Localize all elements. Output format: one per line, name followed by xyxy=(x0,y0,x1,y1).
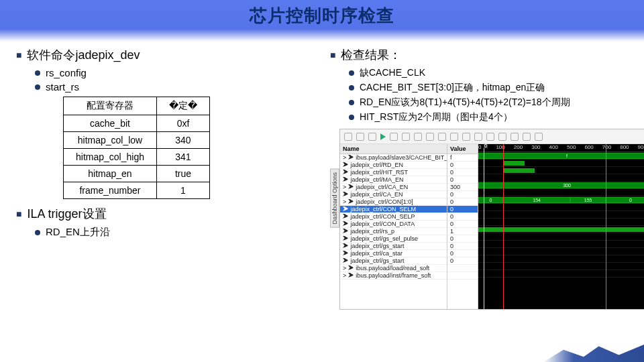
ruler-tick: 700 xyxy=(602,144,611,150)
go-end-icon[interactable] xyxy=(511,133,519,141)
wave-segment: 0 xyxy=(606,197,644,203)
time-marker[interactable]: 0 xyxy=(484,144,484,309)
signal-row[interactable]: > ⮞ jadepix_ctrl/CON[1:0] xyxy=(340,198,447,206)
go-start-icon[interactable] xyxy=(498,133,506,141)
signal-row[interactable]: ⮞ jadepix_ctrl/HIT_RST xyxy=(340,169,447,176)
ruler-tick: 0 xyxy=(478,144,481,150)
result-text: RD_EN应该为8(T1)+4(T5)+4(T5)+2(T2)=18个周期 xyxy=(360,97,570,109)
signal-value: 0 xyxy=(447,250,478,257)
trigger-label: RD_EN上升沿 xyxy=(46,226,110,239)
ruler-tick: 900 xyxy=(638,144,644,150)
play-icon[interactable] xyxy=(380,133,386,140)
table-header-cell: 配置寄存器 xyxy=(64,97,157,115)
signal-row[interactable]: ⮞ jadepix_ctrl/CON_SELP xyxy=(340,213,447,221)
table-cell: true xyxy=(156,166,209,182)
signal-value: 0 xyxy=(447,243,478,250)
page-title: 芯片控制时序检查 xyxy=(0,4,644,27)
heading-text: 软件命令jadepix_dev xyxy=(27,47,140,63)
signal-row[interactable]: > ⮞ jadepix_ctrl/CA_EN xyxy=(340,184,447,191)
table-cell: 341 xyxy=(156,149,209,166)
zoom-out-icon[interactable] xyxy=(450,133,458,141)
swap-icon[interactable] xyxy=(523,133,531,141)
export-icon[interactable] xyxy=(535,133,543,141)
cmd-item: rs_config xyxy=(35,67,311,78)
table-cell: cache_bit xyxy=(64,115,157,132)
content-area: ■ 软件命令jadepix_dev rs_configstart_rs 配置寄存… xyxy=(0,42,644,310)
signal-row[interactable]: > ⮞ ibus.payload/load/read_soft xyxy=(340,265,447,272)
table-cell: 0xf xyxy=(156,115,209,132)
signal-value: 1 xyxy=(447,228,478,235)
remove-icon[interactable] xyxy=(368,133,376,141)
signal-value: 0 xyxy=(447,235,478,243)
signal-value xyxy=(447,272,478,280)
signal-value: 0 xyxy=(447,213,478,221)
signal-value: 0 xyxy=(447,257,478,265)
wave-segment: 154 xyxy=(503,197,570,203)
result-item: HIT_RST应为2个周期（图中是4个） xyxy=(349,111,644,123)
result-text: CACHE_BIT_SET[3:0]正确，hitmap_en正确 xyxy=(360,82,545,94)
table-cell: hitmap_col_low xyxy=(64,132,157,149)
heading-check-results: ■ 检查结果： xyxy=(330,47,644,63)
signal-row[interactable]: > ⮞ ibus.payload/inst/frame_soft xyxy=(340,272,447,280)
ila-side-tab[interactable]: Dashboard Options xyxy=(330,169,339,228)
waveform-area[interactable]: 01002003004005006007008009001,000 f30001… xyxy=(478,144,644,309)
col-header-name: Name xyxy=(340,144,447,154)
ila-waveform-panel: Name > ⮞ ibus.payload/slave3/CACHE_BIT_S… xyxy=(339,129,644,310)
marker-prev-icon[interactable] xyxy=(474,133,482,141)
col-header-value: Value xyxy=(447,144,478,154)
result-item: CACHE_BIT_SET[3:0]正确，hitmap_en正确 xyxy=(349,82,644,94)
dot-bullet-icon xyxy=(349,115,354,120)
stop-icon[interactable] xyxy=(414,133,422,141)
dot-bullet-icon xyxy=(35,230,40,235)
signal-row[interactable]: ⮞ jadepix_ctrl/RD_EN xyxy=(340,162,447,169)
table-row: cache_bit0xf xyxy=(64,115,210,132)
table-row: frame_number1 xyxy=(64,182,210,199)
refresh-icon[interactable] xyxy=(426,133,434,141)
ruler-tick: 400 xyxy=(549,144,558,150)
table-row: hitmap_entrue xyxy=(64,166,210,182)
signal-row[interactable]: ⮞ jadepix_ctrl/ca_star xyxy=(340,250,447,257)
signal-value xyxy=(447,265,478,272)
signal-row[interactable]: ⮞ jadepix_ctrl/gs_start xyxy=(340,243,447,250)
dot-bullet-icon xyxy=(349,85,354,90)
slide-header: 芯片控制时序检查 xyxy=(0,0,644,42)
ruler-tick: 200 xyxy=(514,144,523,150)
heading-ila-trigger: ■ ILA trigger设置 xyxy=(16,206,311,222)
result-item: RD_EN应该为8(T1)+4(T5)+4(T5)+2(T2)=18个周期 xyxy=(349,97,644,109)
signal-row[interactable]: ⮞ jadepix_ctrl/gs_start xyxy=(340,257,447,265)
cmd-item: start_rs xyxy=(35,81,311,93)
wave-segment: 0 xyxy=(478,197,503,203)
ruler-tick: 300 xyxy=(531,144,540,150)
table-cell: 1 xyxy=(156,182,209,199)
table-cell: frame_number xyxy=(64,182,157,199)
settings-icon[interactable] xyxy=(344,133,352,141)
signal-value-column: Value f0003000000010000 xyxy=(447,144,478,309)
signal-value: 0 xyxy=(447,206,478,213)
marker-next-icon[interactable] xyxy=(486,133,494,141)
signal-row[interactable]: ⮞ jadepix_ctrl/MA_EN xyxy=(340,176,447,184)
heading-text: 检查结果： xyxy=(341,47,401,63)
ff-icon[interactable] xyxy=(402,133,410,141)
zoom-in-icon[interactable] xyxy=(438,133,446,141)
step-icon[interactable] xyxy=(390,133,398,141)
results-list: 缺CACHE_CLKCACHE_BIT_SET[3:0]正确，hitmap_en… xyxy=(330,67,644,123)
signal-row[interactable]: ⮞ jadepix_ctrl/rs_p xyxy=(340,228,447,235)
signal-row[interactable]: ⮞ jadepix_ctrl/CA_EN xyxy=(340,191,447,198)
dot-bullet-icon xyxy=(35,70,40,76)
signal-value: 0 xyxy=(447,169,478,176)
time-marker[interactable] xyxy=(606,144,606,309)
time-marker[interactable] xyxy=(503,144,504,309)
signal-row[interactable]: > ⮞ ibus.payload/slave3/CACHE_BIT_SET[3:… xyxy=(340,154,447,162)
signal-row[interactable]: ⮞ jadepix_ctrl/gs_sel_pulse xyxy=(340,235,447,243)
table-row: hitmap_col_low340 xyxy=(64,132,210,149)
signal-name-column: Name > ⮞ ibus.payload/slave3/CACHE_BIT_S… xyxy=(340,144,447,309)
signal-row[interactable]: ⮞ jadepix_ctrl/CON_DATA xyxy=(340,221,447,228)
signal-row[interactable]: ⮞ jadepix_ctrl/CON_SELM xyxy=(340,206,447,213)
signal-value: 0 xyxy=(447,198,478,206)
ila-toolbar xyxy=(340,129,644,144)
zoom-fit-icon[interactable] xyxy=(462,133,470,141)
add-icon[interactable] xyxy=(356,133,364,141)
cmd-label: rs_config xyxy=(46,67,87,78)
result-text: 缺CACHE_CLK xyxy=(360,67,425,79)
signal-value: 0 xyxy=(447,191,478,198)
